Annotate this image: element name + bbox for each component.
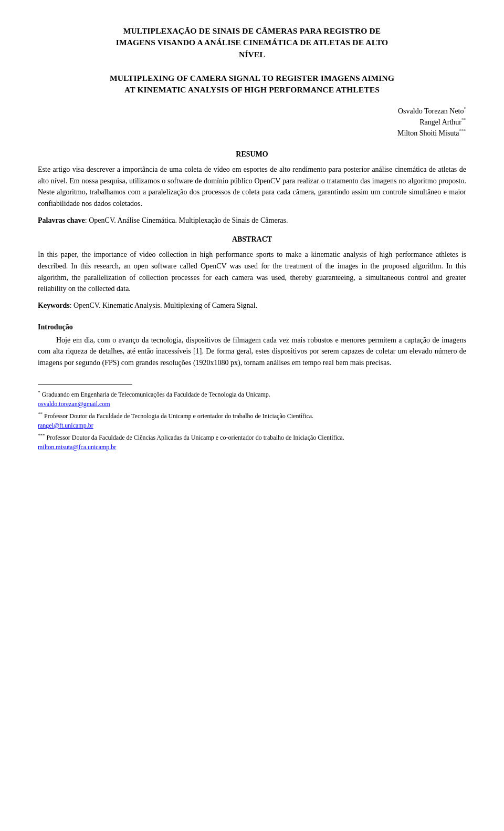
title-main: MULTIPLEXAÇÃO DE SINAIS DE CÂMERAS PARA … [38,25,466,96]
author3-line: Milton Shoiti Misuta*** [397,128,466,139]
title-line1: MULTIPLEXAÇÃO DE SINAIS DE CÂMERAS PARA … [123,26,381,35]
abstract-section: ABSTRACT [38,235,466,244]
footnote3-text: Professor Doutor da Faculdade de Ciência… [45,434,344,441]
palavras-chave-label: Palavras chave [38,216,85,224]
keywords-value: : OpenCV. Kinematic Analysis. Multiplexi… [70,302,257,309]
title-line4: MULTIPLEXING OF CAMERA SIGNAL TO REGISTE… [110,74,394,82]
resumo-heading: RESUMO [236,150,268,158]
resumo-paragraph: Este artigo visa descrever a importância… [38,164,466,210]
author1-line: Osvaldo Torezan Neto* [397,106,466,117]
author3-name: Milton Shoiti Misuta [397,129,459,137]
footnote1-text: Graduando em Engenharia de Telecomunicaç… [40,391,270,398]
footnote3: *** Professor Doutor da Faculdade de Ciê… [38,432,466,452]
abstract-paragraph: In this paper, the importance of video c… [38,249,466,295]
authors-block: Osvaldo Torezan Neto* Rangel Arthur** Mi… [397,106,466,139]
title-line2: IMAGENS VISANDO A ANÁLISE CINEMÁTICA DE … [116,38,388,47]
author1-name: Osvaldo Torezan Neto [398,107,464,115]
footnote1-link[interactable]: osvaldo.torezan@gmail.com [38,400,110,408]
title-line5: AT KINEMATIC ANALYSIS OF HIGH PERFORMANC… [124,85,380,94]
footnote3-sup: *** [38,433,45,438]
footnote3-link[interactable]: milton.misuta@fca.unicamp.br [38,443,116,451]
footnote2-text: Professor Doutor da Faculdade de Tecnolo… [43,412,313,420]
footnote2: ** Professor Doutor da Faculdade de Tecn… [38,411,466,430]
palavras-chave-line: Palavras chave: OpenCV. Análise Cinemáti… [38,215,466,226]
introducao-heading: Introdução [38,323,466,331]
abstract-heading: ABSTRACT [232,235,272,243]
title-line3: NÍVEL [239,50,265,59]
author2-sup: ** [461,117,466,122]
author3-sup: *** [459,128,467,133]
keywords-line: Keywords: OpenCV. Kinematic Analysis. Mu… [38,300,466,311]
keywords-label: Keywords [38,302,70,309]
page: MULTIPLEXAÇÃO DE SINAIS DE CÂMERAS PARA … [0,0,504,831]
footnote2-sup: ** [38,411,43,417]
footnote1: * Graduando em Engenharia de Telecomunic… [38,389,466,409]
footnote2-link[interactable]: rangel@ft.unicamp.br [38,422,93,429]
author2-name: Rangel Arthur [419,118,461,126]
palavras-chave-value: : OpenCV. Análise Cinemática. Multiplexa… [85,216,288,224]
title-section: MULTIPLEXAÇÃO DE SINAIS DE CÂMERAS PARA … [38,25,466,96]
author2-line: Rangel Arthur** [397,117,466,128]
footnote-divider [38,385,132,385]
introducao-paragraph: Hoje em dia, com o avanço da tecnologia,… [38,335,466,369]
resumo-section: RESUMO [38,150,466,159]
authors-section: Osvaldo Torezan Neto* Rangel Arthur** Mi… [38,106,466,139]
author1-sup: * [464,106,467,111]
